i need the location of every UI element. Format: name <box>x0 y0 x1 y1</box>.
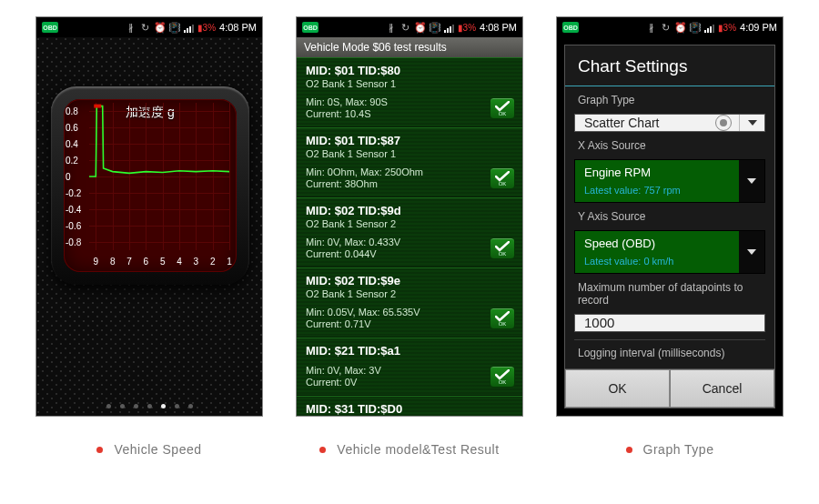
bluetooth-icon: ∦ <box>126 22 136 33</box>
alarm-icon: ⏰ <box>675 22 686 33</box>
y-axis-value: Speed (OBD) <box>584 237 730 250</box>
ok-badge[interactable]: OK <box>490 167 515 189</box>
sync-icon: ↻ <box>661 22 672 33</box>
y-tick: -0.8 <box>66 237 81 247</box>
clock: 4:08 PM <box>480 22 517 33</box>
min-max: Min: 0V, Max: 0.433V <box>306 237 513 247</box>
mid-tid: MID: $21 TID:$a1 <box>306 344 513 358</box>
sync-icon: ↻ <box>400 22 411 33</box>
svg-rect-0 <box>94 105 101 108</box>
y-tick: 0.2 <box>66 156 78 166</box>
chevron-down-icon <box>739 231 764 273</box>
label-y-axis: Y Axis Source <box>565 203 774 227</box>
cancel-button[interactable]: Cancel <box>670 369 774 408</box>
sync-icon: ↻ <box>140 22 151 33</box>
x-axis-latest: Latest value: 757 rpm <box>584 185 730 196</box>
x-tick: 5 <box>160 257 166 267</box>
bullet-icon <box>319 447 326 453</box>
dialog-title: Chart Settings <box>565 45 774 86</box>
battery-indicator: ▮3% <box>197 23 216 33</box>
x-axis-select[interactable]: Engine RPM Latest value: 757 rpm <box>574 159 765 203</box>
vibrate-icon: 📳 <box>430 22 440 33</box>
test-result-item[interactable]: MID: $21 TID:$a1Min: 0V, Max: 3VCurrent:… <box>297 338 522 396</box>
x-tick: 1 <box>227 257 232 267</box>
caption-graph-type: Graph Type <box>626 442 714 457</box>
screen-title: Vehicle Mode $06 test results <box>297 37 522 57</box>
mid-tid: MID: $31 TID:$D0 <box>306 402 513 416</box>
test-result-list[interactable]: MID: $01 TID:$80O2 Bank 1 Sensor 1Min: 0… <box>297 57 522 416</box>
vibrate-icon: 📳 <box>690 22 701 33</box>
bullet-icon <box>626 447 632 453</box>
sensor-label: O2 Bank 1 Sensor 1 <box>306 78 513 89</box>
current-value: Current: 0V <box>306 377 513 388</box>
x-tick: 4 <box>177 257 182 267</box>
caption-test-result: Vehicle model&Test Result <box>319 442 499 457</box>
bullet-icon <box>96 447 103 453</box>
test-result-item[interactable]: MID: $02 TID:$9eO2 Bank 1 Sensor 2Min: 0… <box>297 267 522 338</box>
test-result-item[interactable]: MID: $01 TID:$87O2 Bank 1 Sensor 1Min: 0… <box>297 127 522 197</box>
status-bar: OBD ∦ ↻ ⏰ 📳 ▮3% 4:09 PM <box>557 17 783 37</box>
page-indicator[interactable] <box>36 404 262 408</box>
chart-gauge: 加速度 g 0.80.60.40.20-0.2-0.4-0.6-0.898765… <box>51 86 249 285</box>
clock: 4:09 PM <box>740 22 777 33</box>
chevron-down-icon <box>739 160 764 202</box>
current-value: Current: 38Ohm <box>306 178 513 189</box>
x-tick: 3 <box>194 257 199 267</box>
x-tick: 9 <box>94 257 99 267</box>
phone-vehicle-speed: OBD ∦ ↻ ⏰ 📳 ▮3% 4:08 PM 加速度 g 0.80.60.40… <box>35 16 263 417</box>
x-tick: 2 <box>210 257 216 267</box>
graph-type-select[interactable]: Scatter Chart <box>574 114 765 132</box>
battery-indicator: ▮3% <box>458 23 476 33</box>
current-value: Current: 0.044V <box>306 248 513 259</box>
alarm-icon: ⏰ <box>155 22 166 33</box>
sensor-label: O2 Bank 1 Sensor 1 <box>306 148 513 159</box>
obd-icon: OBD <box>302 22 318 33</box>
graph-type-value: Scatter Chart <box>575 116 715 130</box>
current-value: Current: 0.71V <box>306 318 513 329</box>
signal-icon <box>184 22 194 33</box>
settings-dialog: Chart Settings Graph Type Scatter Chart … <box>564 45 775 408</box>
current-value: Current: 10.4S <box>306 108 513 119</box>
y-tick: 0.4 <box>66 139 78 149</box>
bluetooth-icon: ∦ <box>646 22 657 33</box>
vibrate-icon: 📳 <box>169 22 180 33</box>
radio-icon <box>715 115 732 131</box>
x-tick: 7 <box>126 257 132 267</box>
sensor-label: O2 Bank 1 Sensor 2 <box>306 218 513 229</box>
phone-chart-settings: OBD ∦ ↻ ⏰ 📳 ▮3% 4:09 PM Chart Settings G… <box>556 16 784 417</box>
signal-icon <box>444 22 454 33</box>
min-max: Min: 0V, Max: 3V <box>306 365 513 376</box>
ok-badge[interactable]: OK <box>490 307 515 329</box>
label-max-points: Maximum number of datapoints to record <box>565 274 774 310</box>
obd-icon: OBD <box>562 22 579 33</box>
alarm-icon: ⏰ <box>415 22 426 33</box>
y-tick: -0.6 <box>66 221 81 231</box>
battery-indicator: ▮3% <box>718 23 736 33</box>
max-points-input[interactable]: 1000 <box>574 314 765 332</box>
test-result-item[interactable]: MID: $02 TID:$9dO2 Bank 1 Sensor 2Min: 0… <box>297 197 522 267</box>
x-tick: 6 <box>144 257 149 267</box>
clock: 4:08 PM <box>219 22 257 33</box>
y-axis-select[interactable]: Speed (OBD) Latest value: 0 km/h <box>574 230 765 274</box>
y-tick: 0.6 <box>66 123 78 133</box>
label-x-axis: X Axis Source <box>565 132 774 156</box>
ok-badge[interactable]: OK <box>490 237 515 259</box>
y-tick: -0.4 <box>66 205 81 215</box>
ok-button[interactable]: OK <box>565 369 670 408</box>
test-result-item[interactable]: MID: $31 TID:$D0 <box>297 396 522 416</box>
y-tick: 0.8 <box>66 106 78 116</box>
mid-tid: MID: $01 TID:$87 <box>306 134 513 147</box>
caption-vehicle-speed: Vehicle Speed <box>96 442 201 457</box>
min-max: Min: 0Ohm, Max: 250Ohm <box>306 166 513 177</box>
mid-tid: MID: $02 TID:$9d <box>306 204 513 217</box>
ok-badge[interactable]: OK <box>490 366 515 388</box>
ok-badge[interactable]: OK <box>490 97 515 119</box>
chevron-down-icon <box>739 115 764 131</box>
x-axis-value: Engine RPM <box>584 166 730 179</box>
x-tick: 8 <box>110 257 116 267</box>
chart-plot[interactable]: 0.80.60.40.20-0.2-0.4-0.6-0.8987654321 <box>89 103 229 250</box>
min-max: Min: 0S, Max: 90S <box>306 96 513 107</box>
mid-tid: MID: $02 TID:$9e <box>306 274 513 287</box>
phone-test-results: OBD ∦ ↻ ⏰ 📳 ▮3% 4:08 PM Vehicle Mode $06… <box>296 16 523 417</box>
test-result-item[interactable]: MID: $01 TID:$80O2 Bank 1 Sensor 1Min: 0… <box>297 57 522 127</box>
